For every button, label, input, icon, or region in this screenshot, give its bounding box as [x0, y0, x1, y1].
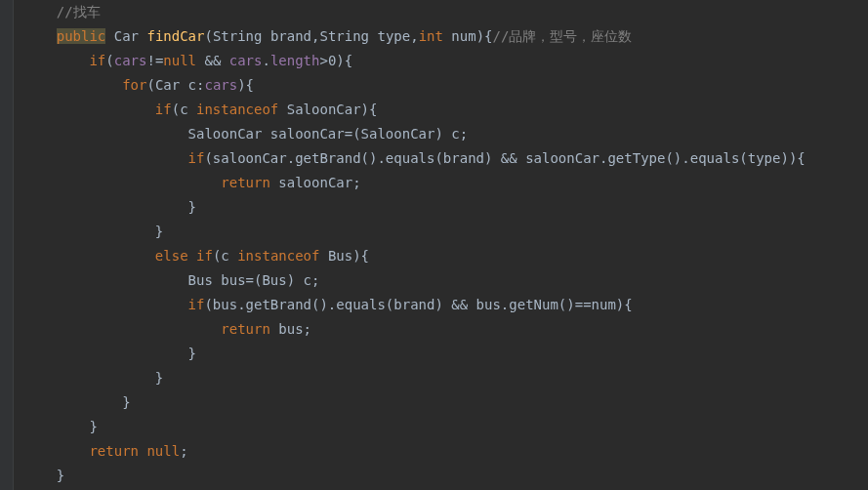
return-expr: bus; — [270, 321, 311, 337]
brace: } — [89, 419, 97, 434]
operator: > — [319, 53, 327, 68]
method-signature: num){ — [443, 28, 493, 44]
code-line: } — [23, 220, 858, 244]
keyword-return: return — [221, 175, 270, 190]
code-line: public Car findCar(String brand,String t… — [23, 24, 858, 49]
keyword-return: return — [221, 321, 270, 337]
expr: (c — [213, 248, 237, 264]
method-name: findCar — [146, 28, 204, 44]
code-line: if(cars!=null && cars.length>0){ — [23, 49, 858, 73]
keyword-if: if — [155, 102, 172, 117]
code-line: } — [23, 342, 858, 366]
keyword-if: if — [188, 150, 205, 166]
return-expr: saloonCar; — [270, 175, 361, 190]
code-line: return null; — [23, 439, 858, 464]
brace: } — [122, 394, 130, 410]
statement: Bus bus=(Bus) c; — [188, 272, 320, 288]
field-ref: cars — [204, 77, 237, 93]
field-ref: cars — [229, 53, 263, 68]
code-line: return saloonCar; — [23, 171, 858, 195]
paren: ( — [105, 53, 113, 68]
keyword-for: for — [122, 77, 146, 93]
code-line: else if(c instanceof Bus){ — [23, 244, 858, 268]
keyword-return-null: return null — [89, 443, 180, 459]
field-ref: length — [270, 53, 320, 68]
semicolon: ; — [180, 443, 187, 459]
statement: SaloonCar saloonCar=(SaloonCar) c; — [188, 126, 469, 142]
expr: SaloonCar){ — [278, 102, 377, 117]
code-line: SaloonCar saloonCar=(SaloonCar) c; — [23, 122, 858, 146]
brace: } — [155, 370, 163, 386]
field-ref: cars — [114, 53, 147, 68]
code-line: Bus bus=(Bus) c; — [23, 268, 858, 293]
keyword-else-if: else if — [155, 248, 213, 264]
code-line: return bus; — [23, 317, 858, 342]
operator: != — [146, 53, 163, 68]
brace: } — [155, 224, 163, 239]
keyword-if: if — [89, 53, 105, 68]
condition: (saloonCar.getBrand().equals(brand) && s… — [204, 150, 805, 166]
code-line: } — [23, 366, 858, 390]
method-signature: (String brand,String type, — [204, 28, 418, 44]
keyword-instanceof: instanceof — [237, 248, 319, 264]
code-line: if(saloonCar.getBrand().equals(brand) &&… — [23, 146, 858, 171]
code-area[interactable]: //找车 public Car findCar(String brand,Str… — [14, 0, 868, 490]
code-line: if(c instanceof SaloonCar){ — [23, 98, 858, 122]
code-line: if(bus.getBrand().equals(brand) && bus.g… — [23, 293, 858, 317]
code-line: } — [23, 390, 858, 415]
paren-brace: ){ — [237, 77, 254, 93]
comment-text: //品牌，型号，座位数 — [493, 28, 633, 44]
keyword-if: if — [188, 297, 205, 312]
code-line: } — [23, 195, 858, 220]
code-line: //找车 — [23, 0, 858, 24]
code-line: } — [23, 415, 858, 439]
paren-brace: ){ — [336, 53, 352, 68]
dot: . — [262, 53, 269, 68]
keyword-public: public — [57, 28, 106, 44]
code-line: } — [23, 464, 858, 488]
expr: (c — [172, 102, 196, 117]
code-editor[interactable]: //找车 public Car findCar(String brand,Str… — [0, 0, 868, 490]
keyword-null: null — [163, 53, 196, 68]
brace: } — [188, 199, 196, 215]
code-line: for(Car c:cars){ — [23, 73, 858, 98]
brace: } — [57, 468, 64, 483]
expr: Bus){ — [319, 248, 369, 264]
comment-text: //找车 — [57, 4, 101, 20]
return-type: Car — [105, 28, 146, 44]
editor-gutter — [0, 0, 14, 490]
condition: (bus.getBrand().equals(brand) && bus.get… — [204, 297, 632, 312]
keyword-int: int — [419, 28, 443, 44]
keyword-instanceof: instanceof — [196, 102, 278, 117]
brace: } — [188, 346, 196, 361]
operator: && — [196, 53, 229, 68]
for-header: (Car c: — [146, 77, 204, 93]
